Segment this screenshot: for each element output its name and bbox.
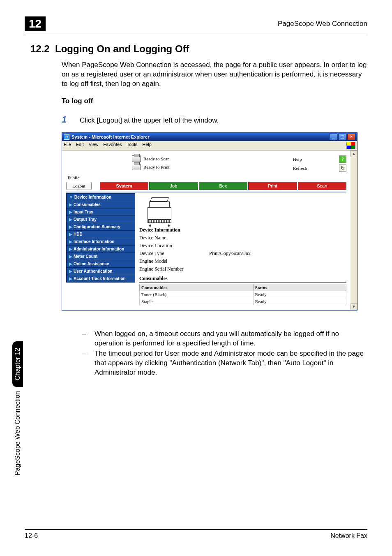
sidebar-item-label: Interface Information <box>74 239 114 244</box>
refresh-icon[interactable]: ↻ <box>339 164 346 172</box>
side-tab: PageScope Web Connection Chapter 12 <box>12 341 23 475</box>
chevron-right-icon: ▶ <box>69 247 72 251</box>
table-row: Staple Ready <box>140 298 346 305</box>
sidebar-item-meter-count[interactable]: ▶Meter Count <box>66 253 135 260</box>
tab-scan[interactable]: Scan <box>298 182 346 190</box>
device-location-label: Device Location <box>139 242 209 250</box>
menu-tools[interactable]: Tools <box>127 142 138 149</box>
ie-window: e System - Microsoft Internet Explorer _… <box>62 132 357 310</box>
side-menu: ▼Device Information ▶Consumables ▶Input … <box>66 193 135 305</box>
window-maximize-button[interactable]: ▢ <box>338 134 346 140</box>
sidebar-item-user-authentication[interactable]: ▶User Authentication <box>66 268 135 275</box>
notes-list: –When logged on, a timeout occurs and yo… <box>82 329 367 378</box>
note-text: When logged on, a timeout occurs and you… <box>95 329 367 348</box>
chevron-right-icon: ▶ <box>69 269 72 273</box>
ie-flag-icon <box>346 142 355 149</box>
consumable-status: Ready <box>253 291 346 298</box>
ie-titlebar: e System - Microsoft Internet Explorer _… <box>62 133 357 141</box>
dash-icon: – <box>82 349 95 378</box>
main-panel: Device Information Device Name Device Lo… <box>139 193 346 305</box>
help-icon[interactable]: ? <box>339 155 346 163</box>
chevron-right-icon: ▶ <box>69 225 72 229</box>
sidebar-item-input-tray[interactable]: ▶Input Tray <box>66 208 135 216</box>
consumable-status: Ready <box>253 298 346 305</box>
footer-title: Network Fax <box>330 532 367 540</box>
help-link[interactable]: Help <box>293 157 302 162</box>
device-type-label: Device Type <box>139 250 209 257</box>
menu-favorites[interactable]: Favorites <box>103 142 122 149</box>
device-type-value: Print/Copy/Scan/Fax <box>209 250 346 257</box>
menu-view[interactable]: View <box>89 142 99 149</box>
sidebar-item-label: User Authentication <box>74 269 113 273</box>
sidebar-item-online-assistance[interactable]: ▶Online Assistance <box>66 260 135 268</box>
sidebar-item-label: Device Information <box>74 195 111 199</box>
side-tab-chapter: Chapter 12 <box>12 341 23 387</box>
device-info-heading: Device Information <box>139 227 346 234</box>
ie-title: System - Microsoft Internet Explorer <box>71 134 150 139</box>
menu-file[interactable]: File <box>64 142 71 149</box>
refresh-link[interactable]: Refresh <box>293 166 307 171</box>
sidebar-item-label: Output Tray <box>74 217 97 222</box>
sidebar-item-hdd[interactable]: ▶HDD <box>66 231 135 238</box>
chevron-right-icon: ▶ <box>69 217 72 222</box>
chevron-right-icon: ▶ <box>69 239 72 244</box>
printer-icon <box>132 164 141 170</box>
section-heading-text: Logging On and Logging Off <box>55 43 189 54</box>
menu-help[interactable]: Help <box>142 142 152 149</box>
step-number: 1 <box>62 114 80 125</box>
sidebar-item-administrator-information[interactable]: ▶Administrator Information <box>66 246 135 253</box>
device-image <box>143 196 176 225</box>
device-location-value <box>209 242 346 250</box>
status-print: Ready to Print <box>143 164 170 169</box>
window-minimize-button[interactable]: _ <box>329 134 337 140</box>
ie-icon: e <box>64 134 69 140</box>
sidebar-item-consumables[interactable]: ▶Consumables <box>66 201 135 208</box>
scroll-up-button[interactable]: ▲ <box>350 151 357 157</box>
chapter-badge: 12 <box>25 16 46 31</box>
sidebar-item-configuration-summary[interactable]: ▶Configuration Summary <box>66 223 135 231</box>
step-text: Click [Logout] at the upper left of the … <box>80 116 219 125</box>
engine-model-label: Engine Model <box>139 257 209 265</box>
consumables-col-name: Consumables <box>140 284 254 291</box>
chevron-right-icon: ▶ <box>69 276 72 281</box>
chevron-down-icon: ▼ <box>69 195 73 199</box>
sidebar-item-device-information[interactable]: ▼Device Information <box>66 193 135 201</box>
sidebar-item-interface-information[interactable]: ▶Interface Information <box>66 238 135 246</box>
tab-system[interactable]: System <box>100 182 148 190</box>
dash-icon: – <box>82 329 95 348</box>
consumables-table: Consumables Status Toner (Black) Ready S… <box>139 284 346 305</box>
section-number: 12.2 <box>30 43 55 55</box>
consumable-name: Staple <box>140 298 254 305</box>
menu-edit[interactable]: Edit <box>76 142 84 149</box>
divider <box>66 192 346 192</box>
sidebar-item-account-track-information[interactable]: ▶Account Track Information <box>66 275 135 283</box>
tab-box[interactable]: Box <box>199 182 247 190</box>
scroll-down-button[interactable]: ▼ <box>350 303 357 310</box>
tab-job[interactable]: Job <box>149 182 198 190</box>
chevron-right-icon: ▶ <box>69 254 72 259</box>
scanner-icon <box>132 155 141 162</box>
tab-print[interactable]: Print <box>248 182 297 190</box>
chevron-right-icon: ▶ <box>69 262 72 266</box>
window-close-button[interactable]: × <box>347 134 355 140</box>
chevron-right-icon: ▶ <box>69 202 72 207</box>
chevron-right-icon: ▶ <box>69 210 72 214</box>
sidebar-item-label: Input Tray <box>74 210 93 214</box>
sidebar-item-output-tray[interactable]: ▶Output Tray <box>66 216 135 223</box>
status-scan: Ready to Scan <box>143 156 170 161</box>
sidebar-item-label: Online Assistance <box>74 262 109 266</box>
note-text: The timeout period for User mode and Adm… <box>95 349 367 378</box>
header-title: PageScope Web Connection <box>278 20 367 28</box>
device-name-value <box>209 234 346 242</box>
logout-button[interactable]: Logout <box>66 182 92 190</box>
table-row: Toner (Black) Ready <box>140 291 346 298</box>
device-name-label: Device Name <box>139 234 209 242</box>
public-label: Public <box>68 175 346 180</box>
sidebar-item-label: Consumables <box>74 202 101 207</box>
ie-menubar: File Edit View Favorites Tools Help <box>62 141 357 151</box>
sidebar-item-label: Meter Count <box>74 254 97 259</box>
consumables-col-status: Status <box>253 284 346 291</box>
chevron-right-icon: ▶ <box>69 232 72 236</box>
section-intro: When PageScope Web Connection is accesse… <box>62 60 367 89</box>
engine-model-value <box>209 257 346 265</box>
